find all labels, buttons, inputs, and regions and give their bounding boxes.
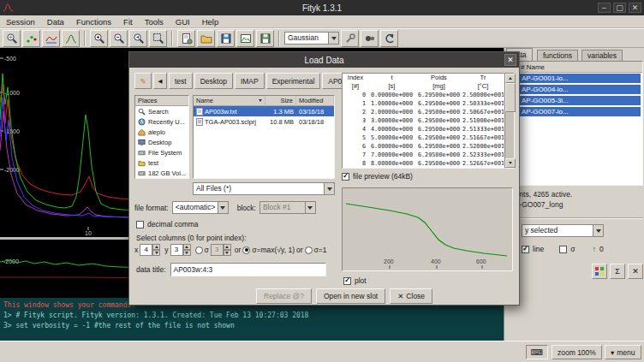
spin-down-icon[interactable] xyxy=(152,250,160,256)
dataset-list: # Name ✓ AP-GO001-lo... ✓ AP-GO004-lo...… xyxy=(506,61,643,186)
toolbar-separator xyxy=(171,31,173,46)
statusbar-menu-button[interactable]: ▾ menu xyxy=(605,345,641,359)
input-mode-indicator: ⌨ xyxy=(526,345,548,359)
file-preview-row: ✓ file preview (64kB) xyxy=(342,172,413,181)
menu-item-fit[interactable]: Fit xyxy=(117,15,139,28)
peak-type-combo[interactable]: Gaussian xyxy=(284,32,339,45)
zoom-mode-button[interactable] xyxy=(3,30,21,47)
add-peak-mode-button[interactable] xyxy=(62,30,80,47)
tab-functions[interactable]: functions xyxy=(537,50,578,61)
spin-up-icon[interactable] xyxy=(183,244,191,250)
replace-label: Replace @? xyxy=(264,292,304,300)
dataset-row[interactable]: ✓ AP-GO004-lo... xyxy=(507,84,642,95)
menu-item-functions[interactable]: Functions xyxy=(70,15,117,28)
add-function-button[interactable] xyxy=(341,30,359,47)
sigma-one-radio[interactable] xyxy=(305,246,313,254)
menu-item-data[interactable]: Data xyxy=(41,15,70,28)
shift-up-icon[interactable]: ↑ xyxy=(592,245,596,253)
plot-checkbox[interactable]: ✓ xyxy=(343,277,351,285)
fit-undo-button[interactable] xyxy=(380,30,398,47)
fit-run-button[interactable] xyxy=(361,30,379,47)
decimal-comma-checkbox[interactable]: ✓ xyxy=(136,221,144,228)
file-filter-combo[interactable]: All Files (*) xyxy=(193,182,335,195)
y-transform-combo[interactable]: y selected xyxy=(522,224,604,237)
place-item-home[interactable]: aleplo xyxy=(135,127,188,137)
place-item-desktop[interactable]: Desktop xyxy=(135,137,188,147)
path-button-desktop[interactable]: Desktop xyxy=(194,73,233,89)
zoom-previous-icon xyxy=(133,33,145,45)
data-title-input[interactable]: AP003w:4:3 xyxy=(170,263,326,276)
sigma-column-radio[interactable] xyxy=(195,246,203,254)
x-column-spinner[interactable]: 4 xyxy=(140,244,160,256)
spin-up-icon[interactable] xyxy=(152,244,160,250)
preview-x-tick: 600 xyxy=(476,258,486,264)
dataset-name: AP-GO001-lo... xyxy=(520,74,641,83)
place-item-search[interactable]: Search xyxy=(135,106,188,116)
nav-back-button[interactable]: ◀ xyxy=(153,73,167,89)
dataset-row[interactable]: ✓ AP-GO005-3l... xyxy=(507,95,642,106)
dialog-close-button[interactable]: ✕ xyxy=(504,54,516,66)
colors-button[interactable] xyxy=(592,264,607,279)
zoom-out-button[interactable] xyxy=(110,30,128,47)
data-range-mode-button[interactable] xyxy=(22,30,40,47)
column-header-modified[interactable]: Modified xyxy=(296,96,334,106)
file-format-combo[interactable]: <automatic> xyxy=(172,201,229,214)
dataset-row[interactable]: ✓ AP-GO001-lo... xyxy=(507,73,642,84)
path-button-imap[interactable]: IMAP xyxy=(235,73,265,89)
place-item-filesystem[interactable]: File System xyxy=(135,147,188,157)
place-item-volume[interactable]: 182 GB Vol... xyxy=(135,168,188,178)
dataset-actions: Σ ✕ xyxy=(592,264,643,279)
line-checkbox[interactable]: ✓ xyxy=(522,246,529,253)
y-column-spinner[interactable]: 3 xyxy=(170,244,191,256)
close-dialog-button[interactable]: ✕Close xyxy=(390,288,432,304)
menu-item-tools[interactable]: Tools xyxy=(139,15,170,28)
spin-down-icon[interactable] xyxy=(183,250,191,256)
open-data-button[interactable] xyxy=(197,30,215,47)
open-folder-icon xyxy=(200,33,212,45)
scroll-up-button[interactable] xyxy=(505,74,516,83)
menu-item-session[interactable]: Session xyxy=(0,15,41,28)
column-header-name[interactable]: Name xyxy=(194,96,265,106)
run-script-button[interactable] xyxy=(177,30,195,47)
path-button-test[interactable]: test xyxy=(169,73,193,89)
path-button-experimental[interactable]: Experimental xyxy=(266,73,321,89)
export-image-button[interactable] xyxy=(236,30,254,47)
check-icon: ✓ xyxy=(343,173,349,180)
replace-button[interactable]: Replace @? xyxy=(256,288,312,304)
zoom-previous-button[interactable] xyxy=(129,30,147,47)
place-item-test[interactable]: test xyxy=(135,157,188,168)
file-row[interactable]: AP003w.txt 1.3 MB 03/16/18 xyxy=(194,106,334,116)
file-row[interactable]: TGA-AP003.sclprj 10.8 MB 03/18/18 xyxy=(194,116,334,127)
tab-variables[interactable]: variables xyxy=(581,50,623,61)
sum-button[interactable]: Σ xyxy=(610,264,625,279)
delete-dataset-button[interactable]: ✕ xyxy=(628,264,643,279)
chevron-down-icon xyxy=(218,202,228,213)
column-header-size[interactable]: Size xyxy=(265,96,296,106)
zoom-in-button[interactable] xyxy=(90,30,108,47)
zoom-level-label: zoom 100% xyxy=(558,348,596,357)
close-icon: ✕ xyxy=(397,292,403,300)
open-in-new-slot-button[interactable]: Open in new slot xyxy=(316,288,385,304)
type-filename-button[interactable]: ✎ xyxy=(134,73,152,89)
save-icon xyxy=(220,33,232,45)
scroll-down-button[interactable] xyxy=(505,158,516,168)
scrollbar-thumb[interactable] xyxy=(505,83,516,112)
baseline-mode-button[interactable] xyxy=(42,30,60,47)
file-list: Name Size Modified AP003w.txt 1.3 MB 03/… xyxy=(193,95,335,179)
export-data-button[interactable] xyxy=(217,30,235,47)
open-label: Open in new slot xyxy=(324,292,378,300)
menu-item-help[interactable]: Help xyxy=(196,15,225,28)
sigma-max-radio[interactable] xyxy=(242,246,250,254)
save-session-button[interactable] xyxy=(256,30,274,47)
file-preview-checkbox[interactable]: ✓ xyxy=(342,173,349,181)
dataset-row[interactable]: ✓ AP-GO007-lo... xyxy=(507,106,642,117)
zoom-level-button[interactable]: zoom 100% xyxy=(552,345,602,359)
menu-item-gui[interactable]: GUI xyxy=(170,15,196,28)
place-label: test xyxy=(148,159,158,167)
decimal-comma-label: decimal comma xyxy=(147,220,199,228)
sigma-checkbox[interactable]: ✓ xyxy=(559,246,567,253)
place-item-recent[interactable]: Recently U... xyxy=(135,116,188,127)
zoom-all-button[interactable] xyxy=(149,30,167,47)
table-scrollbar[interactable] xyxy=(504,73,515,169)
y-tick-label: -2000 xyxy=(4,167,20,173)
